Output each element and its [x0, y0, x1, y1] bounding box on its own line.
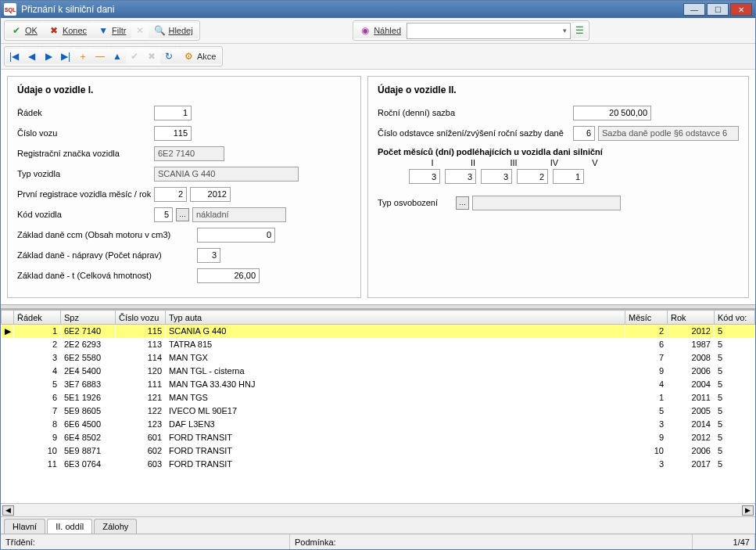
nahled-button[interactable]: ◉ Náhled: [354, 22, 407, 39]
mesic-field-3[interactable]: [481, 169, 512, 184]
table-row[interactable]: 36E2 5580114MAN TGX720085: [2, 351, 755, 365]
filtr-button[interactable]: ▼ Filtr: [92, 22, 131, 39]
table-row[interactable]: 96E4 8502601FORD TRANSIT920125: [2, 431, 755, 444]
mesic-labels-row: I II III IV V: [378, 158, 739, 167]
kod-vozidla-text-field: [192, 207, 286, 222]
toolbar-nav: |◀ ◀ ▶ ▶| ＋ — ▲ ✔ ✖ ↻ ⚙ Akce: [1, 44, 755, 70]
odstavec-text-field: [598, 126, 739, 141]
table-row[interactable]: 53E7 6883111MAN TGA 33.430 HNJ420045: [2, 378, 755, 391]
horizontal-scrollbar[interactable]: ◀ ▶: [1, 503, 755, 516]
spz-label: Registrační značka vozidla: [17, 149, 154, 158]
spz-field[interactable]: [154, 146, 224, 161]
sazba-field[interactable]: [573, 106, 651, 120]
mesic-field-2[interactable]: [445, 169, 476, 184]
prev-button[interactable]: ◀: [23, 48, 40, 65]
table-row[interactable]: 116E3 0764603FORD TRANSIT320175: [2, 458, 755, 471]
zaklad-ccm-field[interactable]: [197, 228, 275, 243]
prvni-reg-rok-field[interactable]: [190, 187, 231, 202]
mesic-field-1[interactable]: [409, 169, 440, 184]
table-row[interactable]: 105E9 8871602FORD TRANSIT1020065: [2, 444, 755, 458]
app-icon: SQL: [4, 3, 16, 16]
scroll-right-icon[interactable]: ▶: [742, 505, 754, 516]
table-row[interactable]: 22E2 6293113TATRA 815619875: [2, 338, 755, 351]
mesic-label-2: II: [457, 158, 489, 167]
prev-icon: ◀: [26, 51, 37, 62]
x-small-icon: ✖: [146, 51, 157, 62]
radek-label: Řádek: [17, 108, 154, 117]
zaklad-napravy-field[interactable]: [197, 248, 220, 263]
app-window: SQL Přiznání k silniční dani — ☐ ✕ ✔ OK …: [0, 0, 756, 550]
zaklad-t-label: Základ daně - t (Celková hmotnost): [17, 271, 197, 280]
remove-button[interactable]: —: [91, 48, 109, 65]
mesic-label-1: I: [417, 158, 448, 167]
mesic-field-5[interactable]: [553, 169, 584, 184]
konec-button[interactable]: ✖ Konec: [43, 22, 92, 39]
cislo-vozu-field[interactable]: [154, 126, 192, 141]
odstavec-label: Číslo odstavce snížení/zvýšení roční saz…: [378, 128, 573, 138]
kod-lookup-button[interactable]: …: [176, 208, 189, 221]
cancel-button[interactable]: ✖: [143, 48, 160, 65]
table-row[interactable]: ▶16E2 7140115SCANIA G 440220125: [2, 325, 755, 338]
scroll-left-icon[interactable]: ◀: [2, 505, 14, 516]
close-button[interactable]: ✕: [730, 3, 752, 16]
kod-vozidla-label: Kód vozidla: [17, 210, 154, 219]
col-rok[interactable]: Rok: [668, 311, 715, 325]
col-radek[interactable]: Řádek: [14, 311, 61, 325]
report-dropdown[interactable]: [407, 23, 571, 39]
filter-clear-button[interactable]: ✕: [131, 22, 149, 39]
typ-vozidla-field[interactable]: [154, 167, 299, 182]
col-typ-auta[interactable]: Typ auta: [166, 311, 625, 325]
odstavec-field[interactable]: [573, 126, 595, 141]
ok-button[interactable]: ✔ OK: [5, 22, 43, 39]
col-indicator[interactable]: [2, 311, 14, 325]
last-button[interactable]: ▶|: [57, 48, 74, 65]
tab-zalohy[interactable]: Zálohy: [94, 519, 137, 534]
eye-icon: ◉: [360, 25, 371, 36]
last-icon: ▶|: [60, 51, 71, 62]
grid-header-row: Řádek Spz Číslo vozu Typ auta Měsíc Rok …: [2, 311, 755, 325]
refresh-button[interactable]: ↻: [160, 48, 177, 65]
gear-icon: ⚙: [183, 51, 194, 62]
list-icon: ☰: [574, 25, 585, 36]
status-trideni: Třídění:: [1, 534, 290, 549]
col-kod[interactable]: Kód vo:: [715, 311, 755, 325]
status-bar: Třídění: Podmínka: 1/47: [1, 534, 755, 549]
table-row[interactable]: 42E4 5400120MAN TGL - cisterna920065: [2, 365, 755, 378]
radek-field[interactable]: [154, 106, 192, 120]
tab-hlavni[interactable]: Hlavní: [4, 519, 45, 534]
sazba-label: Roční (denní) sazba: [378, 108, 573, 117]
akce-button[interactable]: ⚙ Akce: [177, 48, 221, 65]
first-icon: |◀: [9, 51, 20, 62]
tab-oddil-2[interactable]: II. oddíl: [47, 519, 92, 534]
panel1-heading: Údaje o vozidle I.: [17, 84, 351, 95]
osvobozeni-lookup-button[interactable]: …: [456, 196, 469, 210]
kod-vozidla-field[interactable]: [154, 207, 173, 222]
status-podminka: Podmínka:: [290, 534, 693, 549]
maximize-button[interactable]: ☐: [707, 3, 729, 16]
table-row[interactable]: 86E6 4500123DAF L3EN3320145: [2, 418, 755, 431]
prvni-reg-mesic-field[interactable]: [154, 187, 187, 202]
col-spz[interactable]: Spz: [61, 311, 116, 325]
col-mesic[interactable]: Měsíc: [625, 311, 668, 325]
up-button[interactable]: ▲: [109, 48, 126, 65]
first-button[interactable]: |◀: [5, 48, 23, 65]
add-button[interactable]: ＋: [74, 48, 91, 65]
typ-vozidla-label: Typ vozidla: [17, 169, 154, 178]
minimize-button[interactable]: —: [683, 3, 705, 16]
osvobozeni-label: Typ osvobození: [378, 198, 456, 207]
next-button[interactable]: ▶: [40, 48, 57, 65]
titlebar: SQL Přiznání k silniční dani — ☐ ✕: [1, 1, 755, 18]
check-icon: ✔: [11, 25, 22, 36]
hledej-button[interactable]: 🔍 Hledej: [149, 22, 198, 39]
bottom-tabs: Hlavní II. oddíl Zálohy: [1, 516, 755, 534]
mesic-field-4[interactable]: [517, 169, 548, 184]
table-row[interactable]: 65E1 1926121MAN TGS120115: [2, 391, 755, 404]
confirm-button[interactable]: ✔: [126, 48, 143, 65]
data-grid: Řádek Spz Číslo vozu Typ auta Měsíc Rok …: [1, 309, 755, 516]
list-button[interactable]: ☰: [571, 22, 588, 39]
col-cislo-vozu[interactable]: Číslo vozu: [116, 311, 166, 325]
window-title: Přiznání k silniční dani: [21, 4, 683, 15]
zaklad-t-field[interactable]: [197, 268, 260, 283]
table-row[interactable]: 75E9 8605122IVECO ML 90E17520055: [2, 404, 755, 418]
toolbar-main: ✔ OK ✖ Konec ▼ Filtr ✕ 🔍 Hledej ◉: [1, 18, 755, 44]
